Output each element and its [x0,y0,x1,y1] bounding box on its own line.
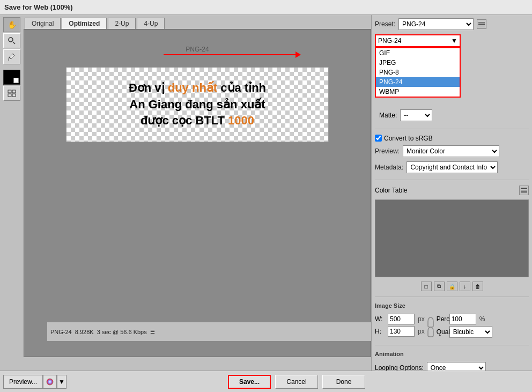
right-panel: Preset: PNG-24 PNG-24 ▼ GIF JPEG PNG-8 P… [371,15,532,377]
svg-rect-3 [8,90,11,93]
format-select-button[interactable]: PNG-24 ▼ [375,34,461,47]
tab-4up[interactable]: 4-Up [137,18,165,29]
metadata-label: Metadata: [375,164,403,171]
preset-menu-icon[interactable] [477,19,486,29]
color-table-toolbar: □ ⧉ 🔒 ↓ 🗑 [375,282,529,291]
color-picker-button[interactable] [43,375,57,389]
title-bar: Save for Web (100%) [0,0,532,15]
image-preview: Đơn vị duy nhất của tỉnh An Giang đang s… [66,67,329,142]
format-selected-value: PNG-24 [378,37,401,45]
divider-1 [375,129,529,129]
canvas-viewport: PNG-24 Đơn vị duy nhất của tỉnh An Giang [24,29,371,357]
vertical-toolbar: ✋ [2,15,24,103]
status-format: PNG-24 [50,329,72,335]
width-label: W: [375,315,385,323]
snap-color-button[interactable]: ↓ [460,282,470,291]
tab-2up[interactable]: 2-Up [108,18,136,29]
format-option-wbmp[interactable]: WBMP [376,87,460,97]
width-px-label: px [418,315,425,323]
format-dropdown-container: PNG-24 ▼ GIF JPEG PNG-8 PNG-24 WBMP [375,34,529,47]
main-dialog: ✋ Original Optimized 2-Up [0,15,532,392]
height-row: H: px [375,326,425,337]
copy-color-button[interactable]: ⧉ [434,282,445,291]
tab-optimized[interactable]: Optimized [62,18,107,29]
percent-label: Percent: [437,315,446,323]
height-label: H: [375,328,385,335]
matte-select[interactable]: -- [400,109,432,121]
checker-background: Đơn vị duy nhất của tỉnh An Giang đang s… [66,68,328,142]
color-table-area [375,199,529,277]
width-row: W: px [375,314,425,324]
preset-select[interactable]: PNG-24 [398,18,474,30]
width-input[interactable] [388,314,415,324]
divider-3 [375,297,529,297]
percent-symbol: % [479,315,485,323]
percent-input[interactable] [449,314,476,324]
image-content: Đơn vị duy nhất của tỉnh An Giang đang s… [129,80,266,129]
divider-2 [375,180,529,180]
new-color-button[interactable]: □ [421,282,432,291]
format-option-jpeg[interactable]: JPEG [376,58,460,68]
preview-select[interactable]: Monitor Color [403,145,499,157]
title-text: Save for Web (100%) [4,3,73,11]
quality-select[interactable]: Bicubic [449,326,492,338]
format-option-png8[interactable]: PNG-8 [376,68,460,77]
convert-srgb-checkbox[interactable] [375,135,382,142]
status-filesize: 8.928K [75,329,94,335]
preview-row: Preview: Monitor Color [375,145,529,157]
foreground-color[interactable] [3,70,20,85]
quality-label: Quality: [437,328,446,336]
status-time: 3 sec @ 56.6 Kbps [97,329,147,335]
preview-button[interactable]: Preview... [3,375,43,389]
arrow-indicator [164,54,298,55]
svg-line-2 [9,57,9,61]
chain-link-icon [427,316,434,338]
metadata-select[interactable]: Copyright and Contact Info [407,161,498,173]
view-tabs: Original Optimized 2-Up 4-Up [24,15,372,29]
metadata-row: Metadata: Copyright and Contact Info [375,161,529,173]
svg-point-7 [47,379,53,385]
cancel-button[interactable]: Cancel [275,375,318,389]
toggle-view[interactable] [3,86,20,101]
percent-row: Percent: % [437,314,492,324]
action-button-bar: Preview... ▼ Save... Cancel Done [0,371,532,392]
format-option-gif[interactable]: GIF [376,48,460,58]
preset-row: Preset: PNG-24 [375,18,529,30]
hand-tool[interactable]: ✋ [3,17,20,32]
tab-original[interactable]: Original [25,18,61,29]
save-button[interactable]: Save... [228,375,271,389]
color-table-menu-icon[interactable] [519,186,529,195]
matte-label: Matte: [379,112,397,119]
format-option-png24[interactable]: PNG-24 [376,77,460,87]
svg-line-1 [13,42,15,44]
preview-label-right: Preview: [375,147,400,155]
eyedropper-tool[interactable] [3,49,20,64]
svg-rect-5 [8,94,11,97]
delete-color-button[interactable]: 🗑 [472,282,483,291]
preview-label: PNG-24 [186,46,209,53]
convert-srgb-label: Convert to sRGB [384,135,433,142]
stream-icon: ☰ [150,329,155,335]
svg-rect-4 [12,90,16,93]
divider-4 [375,345,529,345]
canvas-status: PNG-24 8.928K 3 sec @ 56.6 Kbps ☰ [47,322,395,341]
canvas-area: Original Optimized 2-Up 4-Up PNG-24 [24,15,372,357]
height-px-label: px [418,328,425,335]
svg-rect-6 [12,94,16,97]
color-table-label: Color Table [375,187,407,194]
dropdown-arrow-icon: ▼ [451,37,457,45]
color-table-header: Color Table [375,186,529,195]
format-dropdown-list: GIF JPEG PNG-8 PNG-24 WBMP [375,47,461,98]
svg-point-0 [9,38,13,42]
preset-label: Preset: [375,20,395,28]
matte-row: Matte: -- [379,109,529,121]
done-button[interactable]: Done [322,375,365,389]
zoom-tool[interactable] [3,33,20,48]
preview-dropdown-button[interactable]: ▼ [57,375,66,389]
convert-srgb-row: Convert to sRGB [375,135,529,142]
animation-label: Animation [375,351,529,357]
lock-color-button[interactable]: 🔒 [447,282,457,291]
height-input[interactable] [388,326,415,337]
image-size-label: Image Size [375,302,529,309]
quality-row: Quality: Bicubic [437,326,492,338]
